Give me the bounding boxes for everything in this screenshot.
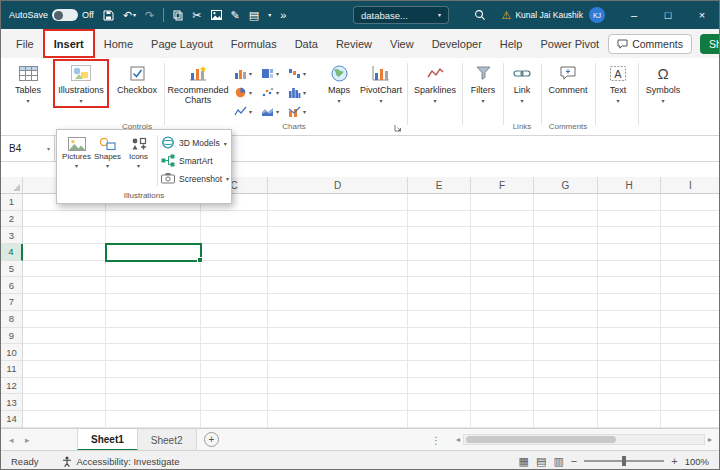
cell-E9[interactable] — [408, 328, 471, 345]
cell-I9[interactable] — [661, 328, 720, 345]
cell-B10[interactable] — [106, 344, 201, 361]
row-header-14[interactable]: 14 — [1, 411, 23, 428]
cell-D6[interactable] — [268, 277, 408, 294]
sheet-tab-sheet1[interactable]: Sheet1 — [77, 429, 138, 451]
cell-H12[interactable] — [598, 378, 661, 395]
zoom-slider[interactable] — [584, 455, 664, 467]
cell-F10[interactable] — [471, 344, 534, 361]
cell-G7[interactable] — [534, 294, 598, 311]
cell-I4[interactable] — [661, 244, 720, 261]
cell-G14[interactable] — [534, 411, 598, 428]
normal-view-button[interactable]: ▦ — [519, 456, 529, 467]
ribbon-tab-insert[interactable]: Insert — [43, 29, 95, 58]
zoom-level[interactable]: 100% — [685, 456, 709, 467]
cell-A14[interactable] — [23, 411, 106, 428]
cell-H3[interactable] — [598, 227, 661, 244]
tables-button[interactable]: Tables ▾ — [7, 61, 49, 104]
symbols-button[interactable]: Ω Symbols ▾ — [642, 61, 684, 104]
cell-H9[interactable] — [598, 328, 661, 345]
cell-I1[interactable] — [661, 194, 720, 211]
cell-H2[interactable] — [598, 211, 661, 228]
undo-button[interactable]: ↶▾ — [123, 10, 136, 21]
cell-G4[interactable] — [534, 244, 598, 261]
column-chart-button[interactable]: ▾ — [234, 64, 261, 82]
tab-splitter[interactable]: ⋮ — [431, 429, 441, 451]
row-header-8[interactable]: 8 — [1, 311, 23, 328]
pen-icon[interactable]: ✎ — [231, 10, 240, 21]
cell-I7[interactable] — [661, 294, 720, 311]
cell-E3[interactable] — [408, 227, 471, 244]
cell-D13[interactable] — [268, 394, 408, 411]
statistic-chart-button[interactable]: ▾ — [288, 83, 315, 101]
row-header-1[interactable]: 1 — [1, 194, 23, 211]
hscroll-right-icon[interactable]: ▸ — [705, 435, 715, 444]
cell-C2[interactable] — [201, 211, 268, 228]
horizontal-scrollbar-thumb[interactable] — [466, 436, 616, 443]
cell-B9[interactable] — [106, 328, 201, 345]
cell-A10[interactable] — [23, 344, 106, 361]
cell-E8[interactable] — [408, 311, 471, 328]
combo-chart-button[interactable]: ▾ — [288, 102, 315, 120]
cell-I3[interactable] — [661, 227, 720, 244]
row-header-10[interactable]: 10 — [1, 344, 23, 361]
row-header-4[interactable]: 4 — [1, 244, 23, 261]
ribbon-tab-file[interactable]: File — [7, 29, 43, 58]
ribbon-tab-page-layout[interactable]: Page Layout — [142, 29, 222, 58]
cell-C12[interactable] — [201, 378, 268, 395]
shapes-button[interactable]: Shapes ▾ — [92, 133, 123, 188]
zoom-in-button[interactable]: + — [671, 455, 677, 467]
column-header-F[interactable]: F — [471, 177, 534, 194]
cell-D8[interactable] — [268, 311, 408, 328]
picture-icon[interactable] — [211, 10, 222, 20]
cell-G1[interactable] — [534, 194, 598, 211]
cell-G12[interactable] — [534, 378, 598, 395]
row-header-13[interactable]: 13 — [1, 394, 23, 411]
cell-E4[interactable] — [408, 244, 471, 261]
cell-I14[interactable] — [661, 411, 720, 428]
cell-F7[interactable] — [471, 294, 534, 311]
cell-H1[interactable] — [598, 194, 661, 211]
pictures-button[interactable]: Pictures ▾ — [61, 133, 92, 188]
ribbon-tab-view[interactable]: View — [381, 29, 423, 58]
cell-D4[interactable] — [268, 244, 408, 261]
row-header-6[interactable]: 6 — [1, 277, 23, 294]
cell-I11[interactable] — [661, 361, 720, 378]
toolbar-overflow-icon[interactable]: » — [280, 10, 286, 21]
row-header-9[interactable]: 9 — [1, 328, 23, 345]
cell-B11[interactable] — [106, 361, 201, 378]
cell-F5[interactable] — [471, 261, 534, 278]
cell-I8[interactable] — [661, 311, 720, 328]
hierarchy-chart-button[interactable]: ▾ — [261, 64, 288, 82]
cell-A3[interactable] — [23, 227, 106, 244]
cell-F11[interactable] — [471, 361, 534, 378]
ribbon-tab-help[interactable]: Help — [491, 29, 532, 58]
ribbon-tab-review[interactable]: Review — [327, 29, 381, 58]
maps-button[interactable]: Maps ▾ — [321, 61, 357, 104]
sheet-tab-sheet2[interactable]: Sheet2 — [138, 429, 197, 451]
warning-icon[interactable]: ⚠ — [502, 10, 512, 21]
ribbon-tab-home[interactable]: Home — [95, 29, 142, 58]
comment-button[interactable]: Comment — [544, 61, 592, 95]
cell-D7[interactable] — [268, 294, 408, 311]
cell-E7[interactable] — [408, 294, 471, 311]
cell-B8[interactable] — [106, 311, 201, 328]
cell-C8[interactable] — [201, 311, 268, 328]
cell-D11[interactable] — [268, 361, 408, 378]
cell-B2[interactable] — [106, 211, 201, 228]
avatar[interactable]: KJ — [589, 7, 605, 23]
book-icon[interactable]: ▤ — [249, 10, 259, 21]
cell-C11[interactable] — [201, 361, 268, 378]
cell-I13[interactable] — [661, 394, 720, 411]
recommended-charts-button[interactable]: Recommended Charts — [168, 61, 228, 105]
cell-H8[interactable] — [598, 311, 661, 328]
cell-E2[interactable] — [408, 211, 471, 228]
cell-D5[interactable] — [268, 261, 408, 278]
cell-I2[interactable] — [661, 211, 720, 228]
accessibility-status[interactable]: Accessibility: Investigate — [62, 456, 179, 467]
page-layout-view-button[interactable]: ▤ — [536, 456, 546, 467]
screenshot-button[interactable]: Screenshot ▾ — [161, 172, 229, 186]
cell-G9[interactable] — [534, 328, 598, 345]
cell-E6[interactable] — [408, 277, 471, 294]
cell-E13[interactable] — [408, 394, 471, 411]
checkbox-button[interactable]: Checkbox — [113, 61, 161, 95]
